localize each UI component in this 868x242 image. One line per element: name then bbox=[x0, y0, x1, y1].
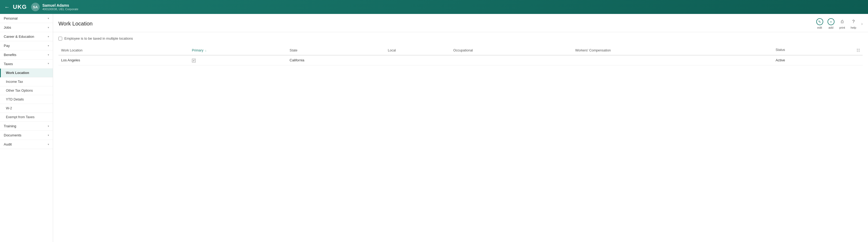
multiple-locations-checkbox[interactable] bbox=[58, 37, 62, 40]
toolbar: ✎ edit + add ⎙ print ? help › bbox=[816, 18, 863, 29]
col-header-workers-comp: Workers' Compensation bbox=[572, 46, 773, 55]
sidebar: Personal ▾ Jobs ▾ Career & Education ▾ P… bbox=[0, 14, 53, 242]
user-info: Samuel Adams 400100038, UEL Corporate bbox=[42, 3, 78, 11]
user-sub: 400100038, UEL Corporate bbox=[42, 7, 78, 11]
sidebar-label-personal: Personal bbox=[4, 17, 18, 20]
print-button[interactable]: ⎙ print bbox=[839, 18, 846, 29]
help-button[interactable]: ? help bbox=[850, 18, 857, 29]
sidebar-label-ytd-details: YTD Details bbox=[6, 97, 24, 101]
content-area: Work Location ✎ edit + add ⎙ print ? hel… bbox=[53, 14, 868, 242]
sidebar-label-taxes: Taxes bbox=[4, 62, 13, 66]
sidebar-item-income-tax[interactable]: Income Tax bbox=[0, 78, 53, 86]
add-button[interactable]: + add bbox=[828, 18, 835, 29]
sidebar-item-other-tax-options[interactable]: Other Tax Options bbox=[0, 86, 53, 95]
edit-label: edit bbox=[817, 26, 822, 29]
sidebar-item-personal[interactable]: Personal ▾ bbox=[0, 14, 53, 23]
content-body: Employee is to be taxed in multiple loca… bbox=[53, 32, 868, 242]
multiple-locations-label: Employee is to be taxed in multiple loca… bbox=[64, 36, 133, 40]
page-title: Work Location bbox=[58, 21, 92, 27]
sidebar-item-taxes[interactable]: Taxes ▴ bbox=[0, 60, 53, 69]
sidebar-label-documents: Documents bbox=[4, 133, 22, 137]
sidebar-item-ytd-details[interactable]: YTD Details bbox=[0, 95, 53, 104]
chevron-training: ▾ bbox=[48, 125, 49, 127]
sidebar-item-w2[interactable]: W-2 bbox=[0, 104, 53, 113]
sidebar-item-pay[interactable]: Pay ▾ bbox=[0, 41, 53, 50]
sidebar-item-career-education[interactable]: Career & Education ▾ bbox=[0, 32, 53, 41]
cell-status: Active bbox=[773, 55, 863, 65]
col-header-local: Local bbox=[385, 46, 451, 55]
table-row: Los Angeles ✓ California Active bbox=[58, 55, 863, 65]
sidebar-item-jobs[interactable]: Jobs ▾ bbox=[0, 23, 53, 32]
sidebar-item-training[interactable]: Training ▾ bbox=[0, 122, 53, 131]
col-header-state: State bbox=[287, 46, 385, 55]
sidebar-label-training: Training bbox=[4, 124, 16, 128]
chevron-pay: ▾ bbox=[48, 44, 49, 47]
col-header-work-location: Work Location bbox=[58, 46, 189, 55]
sidebar-label-audit: Audit bbox=[4, 142, 12, 146]
multiple-locations-row: Employee is to be taxed in multiple loca… bbox=[58, 36, 863, 40]
sidebar-item-benefits[interactable]: Benefits ▾ bbox=[0, 50, 53, 60]
chevron-personal: ▾ bbox=[48, 17, 49, 20]
cell-primary: ✓ bbox=[189, 55, 287, 65]
content-header: Work Location ✎ edit + add ⎙ print ? hel… bbox=[53, 14, 868, 32]
cell-occupational bbox=[451, 55, 572, 65]
sidebar-label-jobs: Jobs bbox=[4, 26, 11, 29]
table-settings-icon[interactable]: ☷ bbox=[857, 48, 860, 53]
col-header-primary[interactable]: Primary ↓ bbox=[189, 46, 287, 55]
col-header-status: Status ☷ bbox=[773, 46, 863, 55]
chevron-taxes: ▴ bbox=[48, 62, 49, 65]
avatar: SA bbox=[31, 3, 40, 11]
sidebar-item-exempt-from-taxes[interactable]: Exempt from Taxes bbox=[0, 113, 53, 122]
sidebar-item-work-location[interactable]: Work Location bbox=[0, 69, 53, 78]
sidebar-label-work-location: Work Location bbox=[6, 71, 29, 75]
primary-checkbox: ✓ bbox=[192, 59, 196, 62]
sort-arrow-primary: ↓ bbox=[205, 49, 207, 52]
cell-local bbox=[385, 55, 451, 65]
sidebar-label-career: Career & Education bbox=[4, 35, 34, 38]
user-name: Samuel Adams bbox=[42, 3, 78, 7]
sidebar-label-income-tax: Income Tax bbox=[6, 80, 23, 84]
chevron-documents: ▾ bbox=[48, 134, 49, 137]
work-location-table: Work Location Primary ↓ State Local Occu… bbox=[58, 46, 863, 65]
cell-workers-comp bbox=[572, 55, 773, 65]
toolbar-expand-icon[interactable]: › bbox=[861, 22, 863, 26]
chevron-benefits: ▾ bbox=[48, 53, 49, 56]
edit-icon: ✎ bbox=[816, 18, 823, 25]
col-header-occupational: Occupational bbox=[451, 46, 572, 55]
sidebar-item-documents[interactable]: Documents ▾ bbox=[0, 131, 53, 140]
sidebar-label-w2: W-2 bbox=[6, 107, 12, 110]
cell-state: California bbox=[287, 55, 385, 65]
sidebar-label-other-tax-options: Other Tax Options bbox=[6, 89, 33, 92]
help-label: help bbox=[850, 26, 856, 29]
help-icon: ? bbox=[850, 18, 857, 25]
chevron-career: ▾ bbox=[48, 35, 49, 38]
add-label: add bbox=[828, 26, 833, 29]
chevron-jobs: ▾ bbox=[48, 26, 49, 29]
add-icon: + bbox=[828, 18, 835, 25]
app-header: ← UKG SA Samuel Adams 400100038, UEL Cor… bbox=[0, 0, 868, 14]
chevron-audit: ▾ bbox=[48, 143, 49, 146]
sidebar-item-audit[interactable]: Audit ▾ bbox=[0, 140, 53, 149]
cell-work-location: Los Angeles bbox=[58, 55, 189, 65]
edit-button[interactable]: ✎ edit bbox=[816, 18, 823, 29]
ukg-logo: UKG bbox=[13, 3, 27, 10]
sidebar-label-benefits: Benefits bbox=[4, 53, 17, 57]
print-icon: ⎙ bbox=[839, 18, 846, 25]
print-label: print bbox=[839, 26, 845, 29]
sidebar-label-exempt: Exempt from Taxes bbox=[6, 115, 35, 119]
sidebar-label-pay: Pay bbox=[4, 44, 10, 48]
back-button[interactable]: ← bbox=[4, 4, 10, 10]
